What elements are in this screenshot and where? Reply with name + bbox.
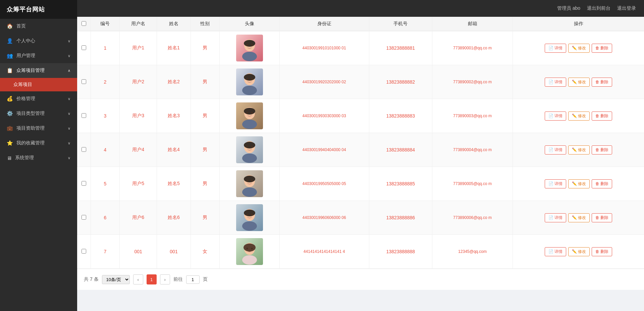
row-actions: 📄 详情 ✏️ 修改 🗑 删除 [513, 99, 644, 133]
delete-button[interactable]: 🗑 删除 [592, 247, 612, 256]
settings-icon: ⚙️ [7, 110, 13, 117]
row-idcard: 44030019930303000 03 [279, 99, 369, 133]
next-page-btn[interactable]: › [160, 274, 170, 284]
delete-button[interactable]: 🗑 删除 [592, 78, 612, 87]
detail-button[interactable]: 📄 详情 [545, 179, 566, 188]
edit-button[interactable]: ✏️ 修改 [568, 145, 590, 154]
row-phone: 13823888881 [369, 31, 432, 65]
sidebar-item-crowd-mgmt[interactable]: 📋 众筹项目管理 ∧ [0, 63, 77, 78]
edit-button[interactable]: ✏️ 修改 [568, 179, 590, 188]
row-checkbox[interactable] [82, 113, 86, 118]
logout-link[interactable]: 退出登录 [617, 5, 636, 11]
row-avatar [220, 133, 279, 167]
row-checkbox[interactable] [82, 45, 86, 50]
sidebar-item-project-type[interactable]: ⚙️ 项目类型管理 ∨ [0, 106, 77, 121]
sidebar-item-user-mgmt[interactable]: 👥 用户管理 ∨ [0, 48, 77, 63]
file-icon: 📄 [548, 249, 553, 254]
svg-point-11 [251, 78, 253, 80]
row-email: 773890002@qq.co m [432, 65, 513, 99]
svg-point-26 [244, 176, 255, 182]
delete-button[interactable]: 🗑 删除 [592, 213, 612, 222]
svg-point-14 [244, 108, 255, 115]
row-email: 773890003@qq.co m [432, 99, 513, 133]
delete-button[interactable]: 🗑 删除 [592, 44, 612, 53]
row-actions: 📄 详情 ✏️ 修改 🗑 删除 [513, 167, 644, 201]
delete-button[interactable]: 🗑 删除 [592, 145, 612, 154]
row-avatar [220, 167, 279, 201]
detail-button[interactable]: 📄 详情 [545, 112, 566, 121]
edit-icon: ✏️ [572, 147, 577, 152]
price-icon: 💰 [7, 96, 13, 102]
person-icon: 👤 [7, 38, 13, 44]
sidebar-item-my-collection[interactable]: ⭐ 我的收藏管理 ∨ [0, 136, 77, 150]
prev-page-btn[interactable]: ‹ [133, 274, 143, 284]
row-username: 001 [120, 235, 157, 269]
edit-button[interactable]: ✏️ 修改 [568, 44, 590, 53]
row-phone: 13823888882 [369, 65, 432, 99]
sidebar-item-crowd-project[interactable]: 众筹项目 [0, 78, 77, 91]
row-checkbox[interactable] [82, 181, 86, 186]
goto-label: 前往 [173, 276, 183, 282]
edit-button[interactable]: ✏️ 修改 [568, 78, 590, 87]
sidebar-item-label: 系统管理 [15, 155, 34, 161]
chevron-down-icon: ∨ [68, 141, 70, 145]
sidebar-item-sys-mgmt[interactable]: 🖥 系统管理 ∨ [0, 150, 77, 165]
svg-point-20 [244, 142, 255, 148]
row-email: 773890001@qq.co m [432, 31, 513, 65]
row-idcard: 44030019920202000 02 [279, 65, 369, 99]
sidebar: 众筹平台网站 🏠 首页 👤 个人中心 ∨ 👥 用户管理 ∨ 📋 众筹项目管理 ∧… [0, 0, 77, 311]
table-row: 7 001 001 女 [77, 235, 644, 269]
col-phone: 手机号 [369, 17, 432, 31]
sidebar-item-price-mgmt[interactable]: 💰 价格管理 ∨ [0, 91, 77, 106]
goto-page-input[interactable] [186, 275, 200, 284]
delete-button[interactable]: 🗑 删除 [592, 179, 612, 188]
table-row: 3 用户3 姓名3 男 [77, 99, 644, 133]
row-checkbox[interactable] [82, 79, 86, 84]
edit-button[interactable]: ✏️ 修改 [568, 112, 590, 121]
edit-button[interactable]: ✏️ 修改 [568, 247, 590, 256]
svg-point-17 [251, 112, 253, 114]
avatar [236, 35, 263, 61]
detail-button[interactable]: 📄 详情 [545, 44, 566, 53]
file-icon: 📄 [548, 147, 553, 152]
page-1-btn[interactable]: 1 [147, 274, 157, 284]
row-checkbox[interactable] [82, 147, 86, 152]
edit-button[interactable]: ✏️ 修改 [568, 213, 590, 222]
row-id: 5 [91, 167, 120, 201]
select-all-checkbox[interactable] [82, 21, 86, 26]
svg-point-10 [246, 78, 248, 80]
chevron-up-icon: ∧ [68, 69, 70, 73]
row-email: 773890005@qq.co m [432, 167, 513, 201]
row-checkbox-cell [77, 99, 91, 133]
detail-button[interactable]: 📄 详情 [545, 78, 566, 87]
avatar [236, 204, 263, 231]
row-phone: 13823888888 [369, 235, 432, 269]
goto-front-link[interactable]: 退出到前台 [587, 5, 610, 11]
delete-button[interactable]: 🗑 删除 [592, 112, 612, 121]
row-avatar [220, 65, 279, 99]
table-header-row: 编号 用户名 姓名 性别 头像 身份证 手机号 邮箱 操作 [77, 17, 644, 31]
row-phone: 13823888886 [369, 201, 432, 235]
detail-button[interactable]: 📄 详情 [545, 247, 566, 256]
per-page-select[interactable]: 10条/页20条/页50条/页 [102, 275, 130, 284]
row-actions: 📄 详情 ✏️ 修改 🗑 删除 [513, 201, 644, 235]
row-actions: 📄 详情 ✏️ 修改 🗑 删除 [513, 235, 644, 269]
row-email: 773890004@qq.co m [432, 133, 513, 167]
avatar [236, 170, 263, 197]
detail-button[interactable]: 📄 详情 [545, 145, 566, 154]
table-row: 1 用户1 姓名1 男 [77, 31, 644, 65]
sidebar-item-personal[interactable]: 👤 个人中心 ∨ [0, 34, 77, 48]
row-checkbox[interactable] [82, 249, 86, 254]
avatar [236, 102, 263, 129]
row-idcard: 44030019940404000 04 [279, 133, 369, 167]
sidebar-item-project-fund[interactable]: 💼 项目资助管理 ∨ [0, 121, 77, 136]
chevron-down-icon: ∨ [68, 54, 70, 58]
sidebar-item-home[interactable]: 🏠 首页 [0, 19, 77, 34]
row-checkbox[interactable] [82, 215, 86, 220]
svg-point-34 [246, 214, 248, 216]
edit-icon: ✏️ [572, 215, 577, 220]
svg-point-9 [242, 86, 257, 95]
svg-point-3 [242, 52, 257, 61]
detail-button[interactable]: 📄 详情 [545, 213, 566, 222]
col-username: 用户名 [120, 17, 157, 31]
